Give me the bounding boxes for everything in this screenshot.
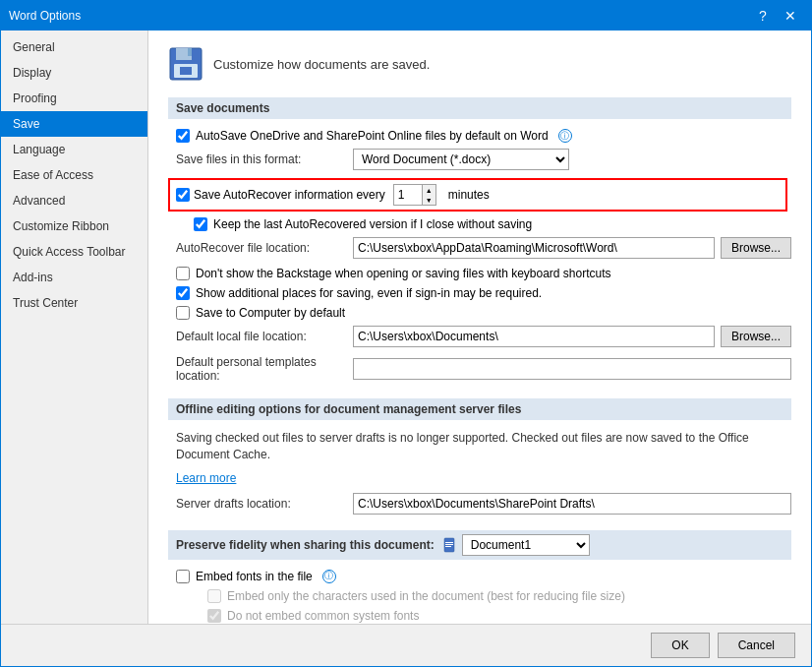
save-to-computer-checkbox[interactable] (176, 306, 190, 320)
main-content: Customize how documents are saved. Save … (148, 30, 811, 624)
offline-info-text: Saving checked out files to server draft… (168, 430, 791, 463)
autosave-label: AutoSave OneDrive and SharePoint Online … (196, 129, 549, 143)
keep-last-row: Keep the last AutoRecovered version if I… (168, 217, 791, 231)
embed-fonts-row: Embed fonts in the file ⓘ (168, 570, 791, 583)
fidelity-section-label: Preserve fidelity when sharing this docu… (176, 538, 435, 552)
save-to-computer-row: Save to Computer by default (168, 306, 791, 320)
additional-places-label: Show additional places for saving, even … (196, 286, 542, 300)
embed-fonts-label: Embed fonts in the file (196, 570, 313, 583)
additional-places-checkbox[interactable] (176, 286, 190, 300)
dialog-footer: OK Cancel (1, 624, 811, 666)
title-bar-title: Word Options (9, 9, 81, 23)
fidelity-section-header: Preserve fidelity when sharing this docu… (168, 530, 791, 560)
header-area: Customize how documents are saved. (168, 46, 791, 82)
help-button[interactable]: ? (750, 6, 776, 26)
save-documents-section: Save documents AutoSave OneDrive and Sha… (168, 97, 791, 383)
autorecover-value-input[interactable] (394, 185, 422, 205)
save-icon (168, 46, 203, 82)
svg-rect-7 (445, 544, 453, 545)
autosave-row: AutoSave OneDrive and SharePoint Online … (168, 129, 791, 143)
sidebar-item-quick-access-toolbar[interactable]: Quick Access Toolbar (1, 239, 147, 265)
document-icon (442, 537, 458, 553)
server-drafts-label: Server drafts location: (176, 497, 353, 511)
backstage-label: Don't show the Backstage when opening or… (196, 267, 611, 280)
keep-last-label: Keep the last AutoRecovered version if I… (213, 217, 532, 231)
autosave-info-icon[interactable]: ⓘ (558, 129, 572, 143)
no-common-fonts-checkbox[interactable] (207, 609, 221, 623)
autorecover-checkbox[interactable] (176, 188, 190, 202)
autorecover-spinbox: ▲ ▼ (393, 184, 436, 206)
additional-places-row: Show additional places for saving, even … (168, 286, 791, 300)
embed-fonts-info-icon[interactable]: ⓘ (322, 570, 336, 583)
save-documents-header: Save documents (168, 97, 791, 119)
autorecover-unit-label: minutes (448, 188, 490, 202)
default-local-input[interactable] (353, 326, 715, 347)
embed-chars-row: Embed only the characters used in the do… (182, 589, 791, 603)
fidelity-doc-select[interactable]: Document1 (462, 534, 590, 556)
server-drafts-input[interactable] (353, 493, 791, 515)
sidebar-item-general[interactable]: General (1, 34, 147, 60)
autorecover-location-label: AutoRecover file location: (176, 241, 353, 255)
autorecover-location-row: AutoRecover file location: Browse... (168, 237, 791, 259)
sidebar-item-ease-of-access[interactable]: Ease of Access (1, 162, 147, 188)
title-bar-controls: ? ✕ (750, 6, 803, 26)
embed-chars-checkbox[interactable] (207, 589, 221, 603)
format-label: Save files in this format: (176, 152, 353, 166)
embed-chars-label: Embed only the characters used in the do… (227, 589, 625, 603)
server-drafts-row: Server drafts location: (168, 493, 791, 515)
fidelity-doc-area: Document1 (442, 534, 590, 556)
sidebar-item-customize-ribbon[interactable]: Customize Ribbon (1, 213, 147, 239)
word-options-dialog: Word Options ? ✕ General Display Proofin… (0, 0, 812, 667)
default-local-row: Default local file location: Browse... (168, 326, 791, 347)
autorecover-spin-up[interactable]: ▲ (423, 185, 435, 195)
sidebar-item-add-ins[interactable]: Add-ins (1, 265, 147, 290)
sidebar-item-advanced[interactable]: Advanced (1, 188, 147, 213)
fidelity-section: Preserve fidelity when sharing this docu… (168, 530, 791, 623)
autorecover-spin-down[interactable]: ▼ (423, 195, 435, 205)
sidebar-item-display[interactable]: Display (1, 60, 147, 86)
default-templates-label: Default personal templates location: (176, 355, 353, 383)
svg-rect-6 (445, 542, 453, 543)
autorecover-row: Save AutoRecover information every ▲ ▼ m… (168, 178, 787, 212)
backstage-row: Don't show the Backstage when opening or… (168, 267, 791, 280)
sidebar-item-proofing[interactable]: Proofing (1, 86, 147, 111)
svg-rect-8 (445, 546, 451, 547)
autorecover-spin-buttons: ▲ ▼ (422, 185, 435, 205)
default-templates-input[interactable] (353, 358, 791, 380)
ok-button[interactable]: OK (651, 633, 709, 658)
autorecover-label: Save AutoRecover information every (194, 188, 385, 202)
title-bar: Word Options ? ✕ (1, 1, 811, 30)
sidebar-item-trust-center[interactable]: Trust Center (1, 290, 147, 316)
sidebar: General Display Proofing Save Language E… (1, 30, 148, 624)
dialog-body: General Display Proofing Save Language E… (1, 30, 811, 624)
close-button[interactable]: ✕ (778, 6, 803, 26)
default-local-label: Default local file location: (176, 330, 353, 343)
header-text: Customize how documents are saved. (213, 57, 430, 72)
keep-last-checkbox[interactable] (194, 217, 207, 231)
cancel-button[interactable]: Cancel (718, 633, 795, 658)
autosave-checkbox[interactable] (176, 129, 190, 143)
format-select[interactable]: Word Document (*.docx) Word 97-2003 Docu… (353, 149, 569, 170)
save-to-computer-label: Save to Computer by default (196, 306, 345, 320)
svg-rect-4 (180, 67, 192, 75)
embed-fonts-checkbox[interactable] (176, 570, 190, 583)
svg-rect-2 (188, 48, 192, 56)
backstage-checkbox[interactable] (176, 267, 190, 280)
offline-section-header: Offline editing options for document man… (168, 398, 791, 420)
title-bar-left: Word Options (9, 9, 81, 23)
format-row: Save files in this format: Word Document… (168, 149, 791, 170)
sidebar-item-save[interactable]: Save (1, 111, 147, 137)
no-common-fonts-label: Do not embed common system fonts (227, 609, 419, 623)
no-common-fonts-row: Do not embed common system fonts (182, 609, 791, 623)
default-local-browse-button[interactable]: Browse... (721, 326, 791, 347)
sidebar-item-language[interactable]: Language (1, 137, 147, 162)
offline-section: Offline editing options for document man… (168, 398, 791, 515)
autorecover-location-input[interactable] (353, 237, 715, 259)
learn-more-link[interactable]: Learn more (168, 471, 791, 485)
autorecover-browse-button[interactable]: Browse... (721, 237, 791, 259)
default-templates-row: Default personal templates location: (168, 355, 791, 383)
